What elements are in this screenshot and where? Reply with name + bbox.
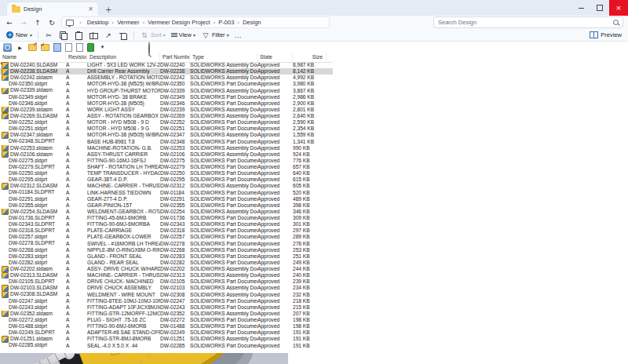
table-row[interactable]: DW-01251.sldasm A FITTING-STR-8MJ-8MORB … <box>0 336 333 342</box>
table-row[interactable]: DW-02279.SLDPRT A SHAFT - ROTATION LH TH… <box>0 164 333 170</box>
table-row[interactable]: DW-02355.sldprt A GEAR-PINION-15T DW-023… <box>0 202 333 209</box>
table-row[interactable]: DW-02343.SLDPRT A FITTING-90-6MJ-6MORBA … <box>0 221 333 228</box>
new-tab-button[interactable]: + <box>105 5 111 16</box>
table-row[interactable]: DW-02318.SLDPRT A PLATE-CARRIAGE DW-0231… <box>0 228 333 234</box>
sort-button[interactable]: ⇅ Sort ▾ <box>140 31 166 40</box>
explorer-tab[interactable]: Design × <box>6 2 99 16</box>
history-icon[interactable] <box>87 43 94 52</box>
close-tab-icon[interactable]: × <box>88 6 93 13</box>
breadcrumb-item[interactable]: Desktop› <box>87 19 117 26</box>
table-row[interactable]: DW-02272.sldprt A PLUG - SIGHT .75-16 ZC… <box>0 317 333 323</box>
table-row[interactable]: DW-02105.SLDPRT A DRIVE CHUCK- MACHINED … <box>0 278 333 285</box>
table-row[interactable]: DW-02240.SLDASM A LIGHT - 5X3 LED WORK 1… <box>0 62 333 68</box>
file-revision: A <box>66 75 87 81</box>
column-header-part-number[interactable]: Part Number <box>160 53 190 62</box>
table-row[interactable]: DW-02349.sldprt A MOTOR-HYD- 38 BRAKE DW… <box>0 94 333 100</box>
get-version-icon[interactable] <box>65 43 72 52</box>
address-bar[interactable]: › Desktop›Vermeer›Vermeer Design Project… <box>61 16 330 28</box>
table-row[interactable]: DW-02250.sldprt A TEMP TRANSDUCER - HYDA… <box>0 170 333 177</box>
table-row[interactable]: DW-02202.sldasm A ASSY- DRIVE CHUCK W/HA… <box>0 266 333 272</box>
run-icon[interactable] <box>16 43 24 52</box>
file-state: Approved <box>257 285 279 290</box>
table-row[interactable]: DW-02247.sldprt A FITTING-8TEE-10MJ-10MJ… <box>0 298 333 304</box>
view-button[interactable]: View ▾ <box>171 31 195 38</box>
table-row[interactable]: DW-02254.SLDASM A WELDMENT-GEARBOX - ROT… <box>0 209 333 215</box>
vault-view-icon[interactable] <box>3 43 12 52</box>
forward-button[interactable]: → <box>19 19 28 27</box>
copy-icon[interactable] <box>59 31 68 40</box>
table-row[interactable]: DW-02312.SLDASM A MACHINE- CARRIER - THR… <box>0 183 333 189</box>
paste-icon[interactable] <box>74 31 83 40</box>
table-row[interactable]: DW-02253.sldasm A MACHINE-ROTATION- G.B.… <box>0 145 333 151</box>
table-row[interactable]: DW-02346.sldprt A MOTOR-HYD-38 (M505) DW… <box>0 100 333 107</box>
table-row[interactable]: DW-02243.sldprt A FITTING-ADAPT 10FJICX8… <box>0 304 333 311</box>
table-row[interactable]: DW-02348.SLDPRT BASE HUB-8981 T.8 DW-023… <box>0 139 333 145</box>
more-options-button[interactable]: … <box>235 31 242 39</box>
maximize-button[interactable] <box>590 0 609 16</box>
refresh-button[interactable]: ↻ <box>47 19 57 27</box>
table-row[interactable]: DW-02106.sldasm A ASSY-THRUST CARRIER DW… <box>0 151 333 158</box>
breadcrumb-item[interactable]: Design› <box>243 19 261 26</box>
table-row[interactable]: DW-01736.SLDPRT A FITTING-45-6MJ-6MORB D… <box>0 215 333 221</box>
table-row[interactable]: DW-02291.sldprt A GEAR-27T-4 D.P. DW-022… <box>0 196 333 202</box>
check-in-icon[interactable] <box>41 44 49 51</box>
file-part-number: DW-02283 <box>160 253 190 260</box>
table-row[interactable]: DW-02275.sldprt A FITTING-90-16MJ-16FSJ … <box>0 158 333 164</box>
file-type: SOLIDWORKS Part Document <box>190 94 257 100</box>
table-row[interactable]: DW-02239.sldasm A WORK LIGHT ASSY DW-022… <box>0 107 333 113</box>
table-row[interactable]: DW-02242.sldasm A ASSEMBLY - ROTATION MO… <box>0 75 333 81</box>
rename-icon[interactable] <box>89 31 98 40</box>
table-row[interactable]: DW-01184.SLDPRT A LINK-HARNESS TIEDOWN D… <box>0 190 333 196</box>
breadcrumb-item[interactable]: Vermeer Design Project› <box>148 19 218 26</box>
table-row[interactable]: DW-02339.sldasm A HYD GROUP-THURST MOTOR… <box>0 88 333 94</box>
table-row[interactable]: DW-02252.sldprt A MOTOR - HYD M508 - 9 D… <box>0 119 333 126</box>
table-row[interactable]: DW-02268.sldprt A NIPPLE-8M O-RINGX8M O-… <box>0 247 333 253</box>
file-size: 1,341 KB <box>293 139 327 145</box>
file-type: SOLIDWORKS Part Document <box>190 177 257 183</box>
copy-file-icon[interactable] <box>76 43 83 52</box>
file-description: MOTOR-HYD- 38 BRAKE <box>87 94 160 100</box>
file-type: SOLIDWORKS Assembly Document <box>190 113 257 119</box>
table-row[interactable]: DW-02103.SLDASM A DRIVE CHUCK ASSEMBLY D… <box>0 285 333 291</box>
new-button[interactable]: + New ▾ <box>6 31 32 38</box>
table-row[interactable]: DW-01488.sldprt A FITTING-90-6MJ-6MORB D… <box>0 323 333 329</box>
file-list: DW-02240.SLDASM A LIGHT - 5X3 LED WORK 1… <box>0 62 333 349</box>
table-row[interactable]: DW-02308.SLDASM A WELDMENT - WIRE MOUNT … <box>0 292 333 298</box>
column-header-state[interactable]: State <box>257 53 293 62</box>
search-box[interactable] <box>433 16 623 28</box>
table-row[interactable]: DW-02282.sldprt A GLAND - REAR SEAL DW-0… <box>0 260 333 266</box>
file-state: Approved <box>257 215 279 220</box>
table-row[interactable]: DW-02313.SLDASM A MACHINE- CARRIER - THR… <box>0 272 333 278</box>
table-row[interactable]: DW-02285.sldprt A SEAL -4.0 X 5.0 X .44 … <box>0 343 333 349</box>
column-header-size[interactable]: Size <box>293 53 327 62</box>
table-row[interactable]: DW-02269.SLDASM A ASSY - ROTATION GEARBO… <box>0 113 333 119</box>
delete-icon[interactable] <box>119 31 128 40</box>
get-latest-icon[interactable] <box>53 43 61 52</box>
cut-icon[interactable]: ✂ <box>44 31 53 40</box>
back-button[interactable]: ← <box>5 19 14 27</box>
table-row[interactable]: DW-02238.SLDASM A Drill Carrier Rear Ass… <box>0 68 333 75</box>
column-header-revision[interactable]: Revision ... <box>66 53 87 62</box>
column-header-name[interactable]: Name <box>0 53 66 62</box>
table-row[interactable]: DW-02295.sldprt A GEAR-38T-4 D.P. DW-022… <box>0 177 333 183</box>
table-row[interactable]: DW-02347.sldasm A MOTOR-HYD-38 (M505) W/… <box>0 132 333 138</box>
table-row[interactable]: DW-02251.sldprt A MOTOR - HYD M508 - 9 G… <box>0 126 333 132</box>
table-row[interactable]: DW-02352.sldasm A FITTING-STR-12MORFF-12… <box>0 311 333 317</box>
breadcrumb-item[interactable]: Vermeer› <box>117 19 148 26</box>
check-out-icon[interactable] <box>28 44 37 51</box>
filter-button[interactable]: ▽ Filter ▾ <box>201 31 229 40</box>
column-header-type[interactable]: Type <box>190 53 257 62</box>
table-row[interactable]: DW-02283.sldprt A GLAND - FRONT SEAL DW-… <box>0 253 333 260</box>
close-button[interactable]: × <box>609 0 628 16</box>
more-dropdown-icon[interactable] <box>98 43 107 52</box>
preview-toggle-button[interactable]: Preview <box>590 31 622 38</box>
table-row[interactable]: DW-02278.SLDPRT A SWIVEL - #16MORB LH TH… <box>0 241 333 247</box>
minimize-button[interactable] <box>571 0 590 16</box>
table-row[interactable]: DW-02350.sldprt A MOTOR-HYD-38 (M525) W/… <box>0 81 333 87</box>
breadcrumb-item[interactable]: P-003› <box>218 19 243 26</box>
table-row[interactable]: DW-02257.sldprt A PLATE-GEARBOX-LOWER DW… <box>0 234 333 240</box>
table-row[interactable]: DW-02249.SLDPRT A ADAPTER-#8 SAE STAND-O… <box>0 329 333 336</box>
share-icon[interactable]: ↗ <box>104 31 113 40</box>
search-input[interactable] <box>438 19 613 26</box>
up-button[interactable]: ↑ <box>33 19 42 27</box>
